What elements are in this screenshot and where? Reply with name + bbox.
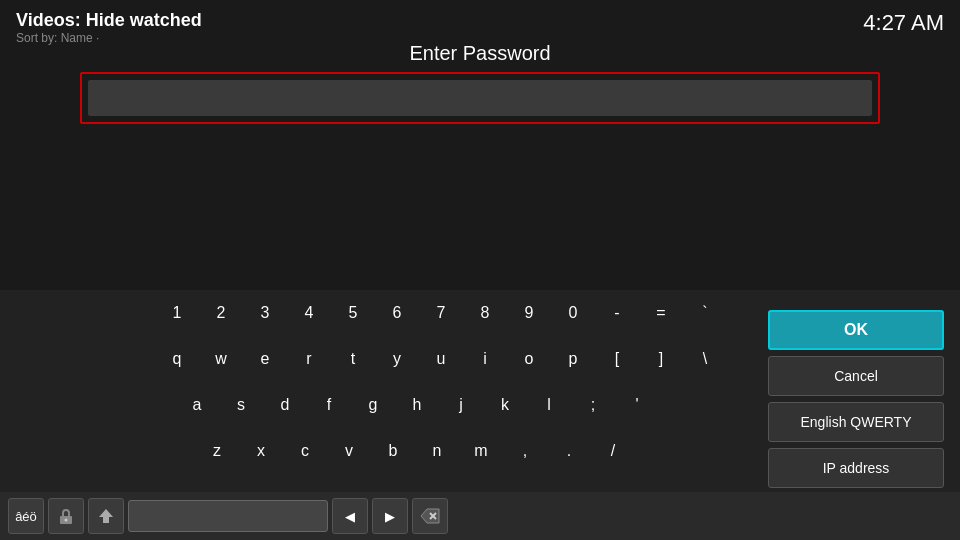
svg-marker-2 — [99, 509, 113, 523]
special-chars-button[interactable]: âéö — [8, 498, 44, 534]
key-f[interactable]: f — [307, 386, 351, 424]
key-o[interactable]: o — [507, 340, 551, 378]
space-bar[interactable] — [128, 500, 328, 532]
shift-button[interactable] — [88, 498, 124, 534]
key-g[interactable]: g — [351, 386, 395, 424]
key-x[interactable]: x — [239, 432, 283, 470]
key-5[interactable]: 5 — [331, 294, 375, 332]
ok-button[interactable]: OK — [768, 310, 944, 350]
key-s[interactable]: s — [219, 386, 263, 424]
key-n[interactable]: n — [415, 432, 459, 470]
key-/[interactable]: / — [591, 432, 635, 470]
key-1[interactable]: 1 — [155, 294, 199, 332]
key-u[interactable]: u — [419, 340, 463, 378]
key-j[interactable]: j — [439, 386, 483, 424]
key-`[interactable]: ` — [683, 294, 727, 332]
key--[interactable]: - — [595, 294, 639, 332]
key-t[interactable]: t — [331, 340, 375, 378]
backspace-button[interactable] — [412, 498, 448, 534]
key-e[interactable]: e — [243, 340, 287, 378]
key-q[interactable]: q — [155, 340, 199, 378]
key-[[interactable]: [ — [595, 340, 639, 378]
key-3[interactable]: 3 — [243, 294, 287, 332]
key-4[interactable]: 4 — [287, 294, 331, 332]
key-z[interactable]: z — [195, 432, 239, 470]
key-b[interactable]: b — [371, 432, 415, 470]
key-9[interactable]: 9 — [507, 294, 551, 332]
key-d[interactable]: d — [263, 386, 307, 424]
key-i[interactable]: i — [463, 340, 507, 378]
key-;[interactable]: ; — [571, 386, 615, 424]
key-8[interactable]: 8 — [463, 294, 507, 332]
key-6[interactable]: 6 — [375, 294, 419, 332]
key-][interactable]: ] — [639, 340, 683, 378]
key-m[interactable]: m — [459, 432, 503, 470]
key-p[interactable]: p — [551, 340, 595, 378]
key-r[interactable]: r — [287, 340, 331, 378]
svg-point-1 — [65, 519, 68, 522]
lock-shift-button[interactable] — [48, 498, 84, 534]
header: Videos: Hide watched Sort by: Name · — [16, 10, 202, 45]
key-c[interactable]: c — [283, 432, 327, 470]
key-backslash[interactable]: \ — [683, 340, 727, 378]
cancel-button[interactable]: Cancel — [768, 356, 944, 396]
key-.[interactable]: . — [547, 432, 591, 470]
key-'[interactable]: ' — [615, 386, 659, 424]
ip-address-button[interactable]: IP address — [768, 448, 944, 488]
sort-label: Sort by: Name · — [16, 31, 202, 45]
key-h[interactable]: h — [395, 386, 439, 424]
key-y[interactable]: y — [375, 340, 419, 378]
clock: 4:27 AM — [863, 10, 944, 36]
key-w[interactable]: w — [199, 340, 243, 378]
dialog-title: Enter Password — [409, 42, 550, 65]
toolbar: âéö ◀ ▶ — [0, 492, 960, 540]
password-container — [80, 72, 880, 124]
key-0[interactable]: 0 — [551, 294, 595, 332]
key-=[interactable]: = — [639, 294, 683, 332]
key-7[interactable]: 7 — [419, 294, 463, 332]
page-title: Videos: Hide watched — [16, 10, 202, 31]
key-k[interactable]: k — [483, 386, 527, 424]
key-v[interactable]: v — [327, 432, 371, 470]
key-l[interactable]: l — [527, 386, 571, 424]
key-,[interactable]: , — [503, 432, 547, 470]
cursor-right-button[interactable]: ▶ — [372, 498, 408, 534]
password-input[interactable] — [88, 80, 872, 116]
key-a[interactable]: a — [175, 386, 219, 424]
keyboard-layout-button[interactable]: English QWERTY — [768, 402, 944, 442]
side-buttons: OK Cancel English QWERTY IP address — [768, 310, 944, 488]
cursor-left-button[interactable]: ◀ — [332, 498, 368, 534]
key-2[interactable]: 2 — [199, 294, 243, 332]
